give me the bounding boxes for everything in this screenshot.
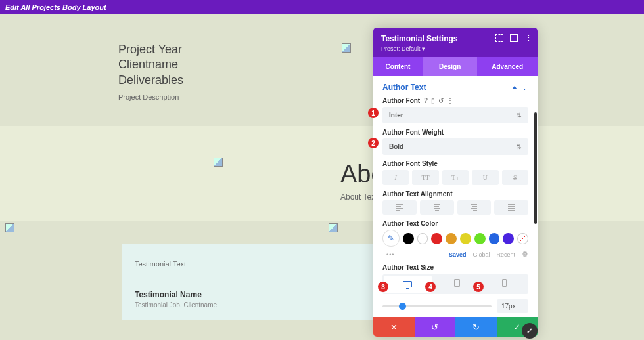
expand-icon[interactable] <box>495 34 503 42</box>
canvas: Project Year Clientname Deliverables Pro… <box>0 14 644 340</box>
color-swatch[interactable] <box>431 233 442 244</box>
scrollbar[interactable] <box>534 112 537 224</box>
uppercase-button[interactable]: TT <box>412 170 438 185</box>
font-style-buttons: I TT Tᴛ U S <box>382 170 528 185</box>
label-align: Author Text Alignment <box>382 190 528 198</box>
device-phone[interactable] <box>480 274 528 291</box>
slider-knob[interactable] <box>399 303 406 310</box>
smallcaps-button[interactable]: Tᴛ <box>442 170 469 185</box>
label-font: Author Font <box>382 97 420 104</box>
tab-advanced[interactable]: Advanced <box>477 57 538 76</box>
chevron-up-icon[interactable] <box>512 86 517 89</box>
preset-dropdown[interactable]: Preset: Default ▾ <box>381 45 530 52</box>
font-value: Inter <box>389 112 403 119</box>
tab-design[interactable]: Design <box>423 57 477 76</box>
top-bar: Edit All Projects Body Layout <box>0 0 644 14</box>
kebab-icon[interactable]: ⋮ <box>521 83 528 92</box>
device-desktop[interactable] <box>384 276 432 293</box>
help-icon[interactable]: ? <box>424 97 428 104</box>
kebab-icon[interactable]: ⋮ <box>524 34 532 42</box>
palette-saved[interactable]: Saved <box>449 251 467 258</box>
color-swatch[interactable] <box>403 233 414 244</box>
annotation-badge-1: 1 <box>368 108 379 118</box>
align-center-button[interactable] <box>420 200 454 215</box>
align-justify-button[interactable] <box>494 200 528 215</box>
caret-icon: ⇅ <box>517 112 522 119</box>
color-swatch[interactable] <box>460 233 471 244</box>
panel-tabs: Content Design Advanced <box>373 57 538 76</box>
settings-panel: Testimonial Settings Preset: Default ▾ ⋮… <box>373 28 538 337</box>
color-swatch[interactable] <box>446 233 457 244</box>
label-weight: Author Font Weight <box>382 129 528 136</box>
panel-body: Author Text ⋮ Author Font ? ▯ ↺ ⋮ Inter … <box>373 76 538 317</box>
undo-button[interactable]: ↺ <box>415 317 456 337</box>
alignment-buttons <box>382 200 528 215</box>
background-band <box>0 126 644 221</box>
section-title: Author Text <box>382 83 426 92</box>
color-swatch[interactable] <box>417 233 428 244</box>
label-color: Author Text Color <box>382 220 528 227</box>
image-placeholder-icon <box>329 223 338 232</box>
device-tabs <box>382 274 528 294</box>
phone-icon[interactable]: ▯ <box>431 97 435 104</box>
annotation-badge-2: 2 <box>368 138 379 148</box>
size-slider-row: 17px <box>382 299 528 313</box>
project-deliverables: Deliverables <box>118 73 183 88</box>
size-input[interactable]: 17px <box>497 299 528 313</box>
annotation-badge-4: 4 <box>425 282 436 292</box>
project-year: Project Year <box>118 42 183 57</box>
color-swatch[interactable] <box>489 233 500 244</box>
color-swatch[interactable] <box>474 233 486 244</box>
caret-icon: ⇅ <box>517 144 522 150</box>
align-right-button[interactable] <box>457 200 492 215</box>
label-style: Author Font Style <box>382 160 528 167</box>
panel-footer: ✕ ↺ ↻ ✓ <box>373 317 538 337</box>
strikethrough-button[interactable]: S <box>502 170 528 185</box>
project-description: Project Description <box>118 93 183 101</box>
gear-icon[interactable]: ⚙ <box>522 250 528 259</box>
annotation-badge-5: 5 <box>473 282 484 292</box>
page-title: Edit All Projects Body Layout <box>5 3 106 11</box>
annotation-badge-3: 3 <box>378 282 388 292</box>
font-select[interactable]: Inter ⇅ <box>382 107 528 123</box>
align-left-button[interactable] <box>382 200 417 215</box>
collapse-toggle[interactable]: ⤢ <box>522 323 538 339</box>
project-client: Clientname <box>118 57 183 72</box>
size-slider[interactable] <box>382 305 492 307</box>
eyedropper-button[interactable]: ✎ <box>382 230 400 247</box>
snap-icon[interactable] <box>510 34 518 42</box>
reset-icon[interactable]: ↺ <box>438 97 444 104</box>
more-icon[interactable]: ••• <box>382 251 394 258</box>
italic-button[interactable]: I <box>382 170 409 185</box>
image-placeholder-icon <box>5 223 14 232</box>
weight-value: Bold <box>389 143 403 150</box>
panel-header[interactable]: Testimonial Settings Preset: Default ▾ ⋮ <box>373 28 538 57</box>
kebab-icon[interactable]: ⋮ <box>447 97 453 104</box>
tab-content[interactable]: Content <box>373 57 423 76</box>
palette-recent[interactable]: Recent <box>496 251 515 258</box>
image-placeholder-icon <box>342 43 351 53</box>
label-size: Author Text Size <box>382 264 528 271</box>
color-palette-tabs: ••• Saved Global Recent ⚙ <box>382 250 528 259</box>
color-swatch-transparent[interactable] <box>517 233 528 244</box>
palette-global[interactable]: Global <box>472 251 490 258</box>
underline-button[interactable]: U <box>472 170 498 185</box>
weight-select[interactable]: Bold ⇅ <box>382 138 528 155</box>
image-placeholder-icon <box>214 158 223 167</box>
redo-button[interactable]: ↻ <box>455 317 497 337</box>
project-meta: Project Year Clientname Deliverables Pro… <box>118 42 183 101</box>
color-swatches: ✎ <box>382 230 528 247</box>
color-swatch[interactable] <box>503 233 514 244</box>
close-button[interactable]: ✕ <box>373 317 415 337</box>
section-header[interactable]: Author Text ⋮ <box>382 83 528 92</box>
